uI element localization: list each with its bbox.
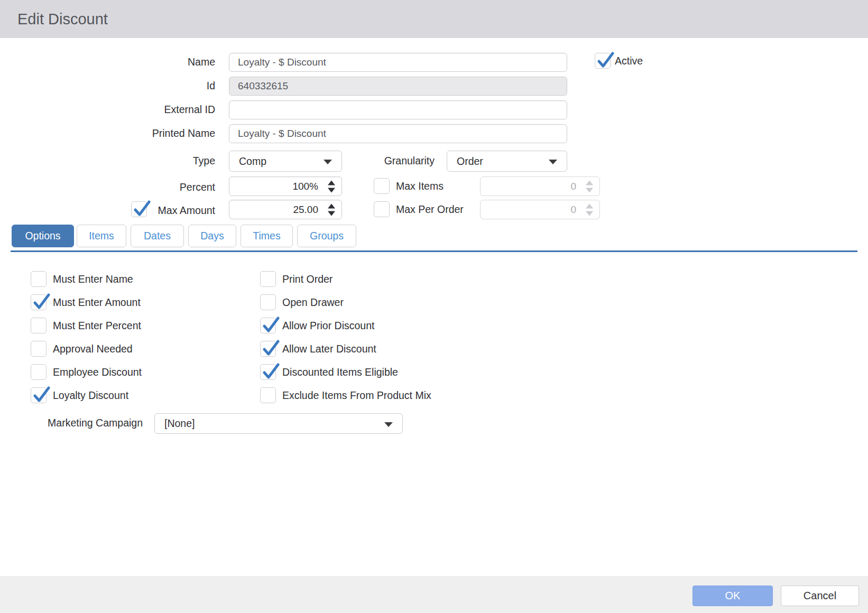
active-label: Active [615,55,643,67]
edit-discount-dialog: Edit Discount Name Loyalty - $ Discount … [0,0,868,613]
tab-options[interactable]: Options [12,225,74,247]
name-label: Name [0,56,215,68]
discounted-items-eligible-checkbox[interactable] [260,364,276,380]
loyalty-discount-checkbox[interactable] [31,387,47,403]
external-id-label: External ID [0,104,215,116]
checkmark-icon [31,385,51,405]
printed-name-input[interactable]: Loyalty - $ Discount [229,124,567,143]
chevron-down-icon [549,160,557,164]
print-order-checkbox[interactable] [260,271,276,287]
type-select-value: Comp [239,155,266,168]
dialog-footer: OK Cancel [0,576,868,613]
tab-days[interactable]: Days [188,225,236,247]
checkmark-icon [595,50,615,70]
max-amount-spinner[interactable]: 25.00 [229,200,342,219]
exclude-items-product-mix-label: Exclude Items From Product Mix [282,389,431,402]
allow-later-discount-checkbox[interactable] [260,341,276,357]
percent-value: 100% [292,181,318,192]
max-per-order-spinner: 0 [480,200,600,219]
marketing-campaign-label: Marketing Campaign [0,417,143,429]
employee-discount-checkbox[interactable] [31,364,47,380]
printed-name-label: Printed Name [0,127,215,140]
employee-discount-label: Employee Discount [53,366,142,378]
max-per-order-label: Max Per Order [396,203,464,216]
must-enter-name-label: Must Enter Name [53,273,133,285]
spinner-arrows-icon[interactable] [328,180,335,192]
granularity-label: Granularity [329,155,435,167]
discounted-items-eligible-label: Discounted Items Eligible [282,366,398,378]
max-items-checkbox[interactable] [374,178,390,194]
percent-label: Percent [0,181,215,193]
open-drawer-checkbox[interactable] [260,294,276,310]
must-enter-name-checkbox[interactable] [31,271,47,287]
loyalty-discount-label: Loyalty Discount [53,389,128,402]
max-amount-value: 25.00 [293,204,318,216]
dialog-title: Edit Discount [17,0,108,38]
must-enter-amount-label: Must Enter Amount [53,296,141,309]
max-per-order-checkbox[interactable] [374,201,390,217]
dialog-header: Edit Discount [0,0,868,38]
cancel-button[interactable]: Cancel [781,586,859,606]
spinner-arrows-icon [586,180,593,192]
name-input[interactable]: Loyalty - $ Discount [229,53,567,72]
marketing-campaign-select[interactable]: [None] [154,413,403,434]
tab-underline [11,250,857,252]
max-items-spinner: 0 [480,177,600,196]
percent-spinner[interactable]: 100% [229,177,342,196]
open-drawer-label: Open Drawer [282,296,344,309]
allow-prior-discount-checkbox[interactable] [260,318,276,333]
checkmark-icon [261,315,281,335]
spinner-arrows-icon [586,203,593,216]
max-per-order-value: 0 [570,204,576,216]
chevron-down-icon [384,422,393,427]
tab-times[interactable]: Times [241,225,293,247]
ok-button[interactable]: OK [692,586,773,606]
checkmark-icon [31,292,51,312]
tab-dates[interactable]: Dates [131,225,184,247]
allow-later-discount-label: Allow Later Discount [282,343,376,355]
max-items-label: Max Items [396,180,444,192]
must-enter-amount-checkbox[interactable] [31,294,47,310]
exclude-items-product-mix-checkbox[interactable] [260,387,276,403]
allow-prior-discount-label: Allow Prior Discount [282,320,374,332]
type-select[interactable]: Comp [229,151,342,172]
tab-groups[interactable]: Groups [297,225,356,247]
external-id-input[interactable] [229,100,567,119]
checkmark-icon [261,338,281,358]
spinner-arrows-icon[interactable] [328,203,335,216]
must-enter-percent-checkbox[interactable] [31,318,47,333]
print-order-label: Print Order [282,273,333,285]
granularity-select-value: Order [457,155,483,168]
id-label: Id [0,80,215,92]
max-items-value: 0 [570,181,576,192]
id-input: 640332615 [229,77,567,96]
granularity-select[interactable]: Order [447,151,567,172]
tab-items[interactable]: Items [77,225,126,247]
must-enter-percent-label: Must Enter Percent [53,320,141,332]
marketing-campaign-value: [None] [164,417,195,430]
checkmark-icon [261,361,281,382]
approval-needed-checkbox[interactable] [31,341,47,357]
max-amount-label: Max Amount [0,205,215,217]
active-checkbox[interactable] [595,53,611,69]
type-label: Type [0,155,215,167]
approval-needed-label: Approval Needed [53,343,133,355]
